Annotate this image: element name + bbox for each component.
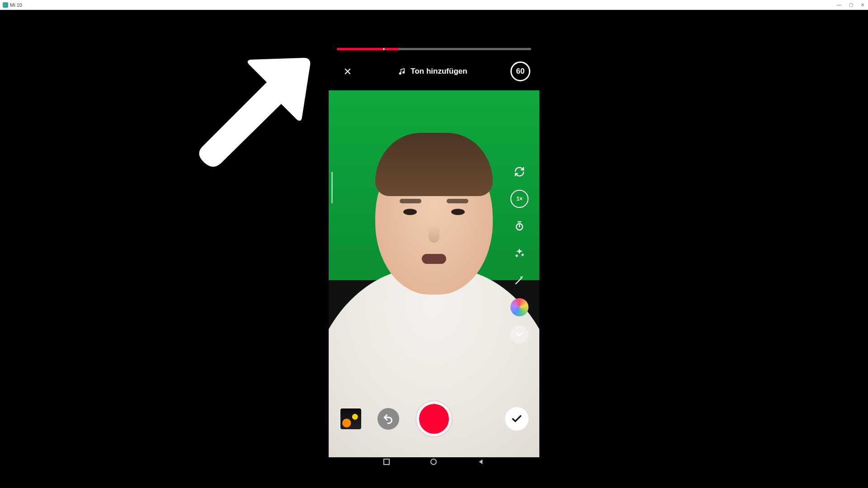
undo-button[interactable] [377, 408, 399, 430]
nav-recent-apps[interactable] [383, 459, 390, 465]
window-maximize[interactable]: ▢ [848, 2, 854, 7]
undo-icon [382, 413, 394, 425]
android-navbar [329, 453, 539, 471]
timer-icon [514, 221, 525, 231]
annotation-arrow [181, 42, 316, 168]
timer-button[interactable] [510, 217, 528, 235]
speed-label: 1× [516, 196, 523, 202]
confirm-button[interactable] [505, 407, 528, 431]
music-note-icon [398, 67, 406, 75]
window-close[interactable]: ✕ [860, 2, 865, 7]
checkmark-icon [511, 413, 523, 425]
add-sound-label: Ton hinzufügen [410, 67, 467, 76]
left-drag-handle[interactable] [331, 172, 333, 203]
tool-rail: 1× [509, 163, 530, 343]
nav-back[interactable] [477, 458, 485, 465]
chevron-down-icon [514, 329, 525, 340]
camera-preview[interactable]: Ton hinzufügen 60 [329, 27, 539, 457]
add-sound-button[interactable]: Ton hinzufügen [392, 62, 476, 81]
magic-wand-icon [514, 275, 525, 286]
duration-value: 60 [516, 67, 525, 76]
window-controls: — ▢ ✕ [836, 2, 865, 7]
filters-button[interactable] [510, 298, 528, 316]
phone-screen: Ton hinzufügen 60 [329, 14, 539, 471]
close-button[interactable] [339, 62, 357, 80]
record-button[interactable] [416, 401, 452, 436]
window-title: Mi 10 [10, 2, 22, 8]
gallery-button[interactable] [340, 408, 362, 430]
progress-segment-2 [385, 48, 398, 50]
close-icon [344, 67, 352, 75]
retouch-button[interactable] [510, 271, 528, 289]
desktop-window: Mi 10 — ▢ ✕ [0, 0, 868, 488]
stage: Ton hinzufügen 60 [0, 10, 868, 488]
flip-camera-icon [514, 166, 525, 177]
speed-button[interactable]: 1× [510, 190, 528, 208]
titlebar: Mi 10 — ▢ ✕ [0, 0, 868, 10]
recording-progress[interactable] [337, 48, 531, 50]
nav-home[interactable] [430, 459, 437, 465]
svg-point-0 [400, 73, 401, 75]
svg-point-1 [403, 71, 405, 73]
flip-camera-button[interactable] [510, 163, 528, 181]
beauty-button[interactable] [510, 244, 528, 262]
app-icon [3, 2, 8, 8]
window-minimize[interactable]: — [836, 2, 842, 7]
more-tools-button[interactable] [510, 325, 528, 343]
progress-divider [383, 48, 384, 50]
bottom-controls [329, 399, 539, 439]
sparkles-icon [514, 248, 525, 258]
duration-button[interactable]: 60 [510, 61, 530, 81]
top-controls: Ton hinzufügen 60 [329, 59, 539, 84]
progress-segment-1 [337, 48, 383, 50]
